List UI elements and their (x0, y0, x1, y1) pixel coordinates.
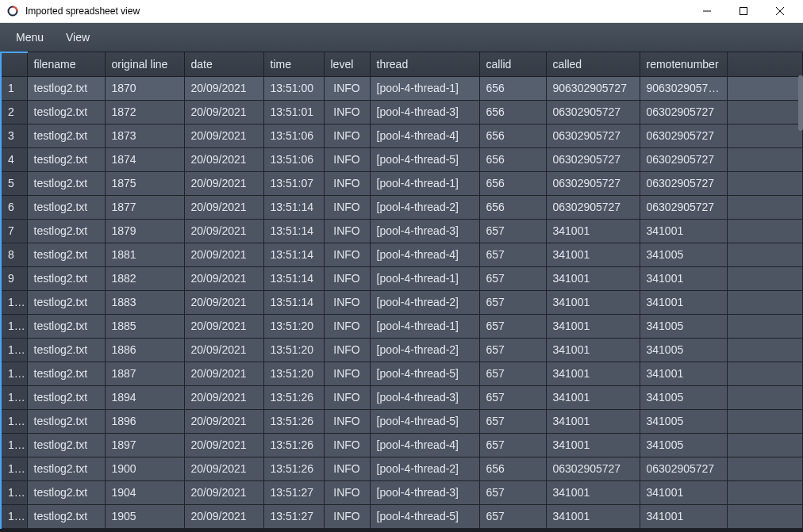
cell-callid[interactable]: 657 (479, 362, 546, 385)
cell-blank[interactable] (727, 290, 803, 314)
cell-called[interactable]: 06302905727 (546, 171, 640, 195)
table-row[interactable]: 4testlog2.txt187420/09/202113:51:06INFO[… (1, 147, 803, 171)
cell-thread[interactable]: [pool-4-thread-4] (370, 124, 479, 147)
table-row[interactable]: 10testlog2.txt188320/09/202113:51:14INFO… (1, 290, 803, 314)
cell-callid[interactable]: 657 (479, 480, 546, 504)
cell-remotenumber[interactable]: 341005 (640, 243, 727, 266)
cell-date[interactable]: 20/09/2021 (184, 147, 263, 171)
cell-called[interactable]: 341001 (546, 338, 640, 362)
cell-filename[interactable]: testlog2.txt (27, 195, 105, 219)
cell-level[interactable]: INFO (324, 362, 370, 385)
row-number[interactable]: 10 (1, 290, 27, 314)
row-number[interactable]: 16 (1, 433, 27, 457)
cell-blank[interactable] (727, 124, 803, 147)
cell-original-line[interactable]: 1900 (105, 457, 184, 480)
cell-blank[interactable] (727, 195, 803, 219)
cell-filename[interactable]: testlog2.txt (27, 433, 105, 457)
cell-thread[interactable]: [pool-4-thread-3] (370, 480, 479, 504)
cell-blank[interactable] (727, 504, 803, 528)
column-header-filename[interactable]: filename (27, 52, 105, 76)
row-number[interactable]: 11 (1, 314, 27, 338)
cell-filename[interactable]: testlog2.txt (27, 504, 105, 528)
cell-level[interactable]: INFO (324, 504, 370, 528)
cell-level[interactable]: INFO (324, 266, 370, 290)
table-row[interactable]: 13testlog2.txt188720/09/202113:51:20INFO… (1, 362, 803, 385)
cell-date[interactable]: 20/09/2021 (184, 314, 263, 338)
cell-blank[interactable] (727, 480, 803, 504)
cell-original-line[interactable]: 1870 (105, 76, 184, 100)
row-number[interactable]: 1 (1, 76, 27, 100)
cell-remotenumber[interactable]: 341001 (640, 362, 727, 385)
cell-callid[interactable]: 657 (479, 433, 546, 457)
cell-time[interactable]: 13:51:14 (263, 266, 324, 290)
cell-original-line[interactable]: 1885 (105, 314, 184, 338)
row-number[interactable]: 19 (1, 504, 27, 528)
cell-filename[interactable]: testlog2.txt (27, 147, 105, 171)
cell-level[interactable]: INFO (324, 314, 370, 338)
cell-original-line[interactable]: 1896 (105, 409, 184, 433)
close-button[interactable] (762, 0, 798, 23)
table-row[interactable]: 6testlog2.txt187720/09/202113:51:14INFO[… (1, 195, 803, 219)
cell-filename[interactable]: testlog2.txt (27, 409, 105, 433)
cell-date[interactable]: 20/09/2021 (184, 362, 263, 385)
cell-time[interactable]: 13:51:07 (263, 171, 324, 195)
cell-blank[interactable] (727, 147, 803, 171)
cell-blank[interactable] (727, 219, 803, 243)
cell-thread[interactable]: [pool-4-thread-5] (370, 362, 479, 385)
column-header-called[interactable]: called (546, 52, 640, 76)
column-header-remotenumber[interactable]: remotenumber (640, 52, 727, 76)
cell-original-line[interactable]: 1882 (105, 266, 184, 290)
cell-filename[interactable]: testlog2.txt (27, 76, 105, 100)
cell-level[interactable]: INFO (324, 409, 370, 433)
cell-date[interactable]: 20/09/2021 (184, 409, 263, 433)
corner-header[interactable] (1, 52, 27, 76)
cell-level[interactable]: INFO (324, 338, 370, 362)
cell-level[interactable]: INFO (324, 76, 370, 100)
table-row[interactable]: 9testlog2.txt188220/09/202113:51:14INFO[… (1, 266, 803, 290)
cell-called[interactable]: 06302905727 (546, 195, 640, 219)
cell-time[interactable]: 13:51:20 (263, 314, 324, 338)
row-number[interactable]: 17 (1, 457, 27, 480)
row-number[interactable]: 7 (1, 219, 27, 243)
cell-callid[interactable]: 657 (479, 243, 546, 266)
cell-remotenumber[interactable]: 341005 (640, 338, 727, 362)
table-row[interactable]: 18testlog2.txt190420/09/202113:51:27INFO… (1, 480, 803, 504)
row-number[interactable]: 5 (1, 171, 27, 195)
cell-called[interactable]: 06302905727 (546, 124, 640, 147)
row-number[interactable]: 13 (1, 362, 27, 385)
cell-blank[interactable] (727, 76, 803, 100)
cell-date[interactable]: 20/09/2021 (184, 290, 263, 314)
cell-original-line[interactable]: 1905 (105, 504, 184, 528)
cell-level[interactable]: INFO (324, 195, 370, 219)
cell-date[interactable]: 20/09/2021 (184, 457, 263, 480)
column-header-original-line[interactable]: original line (105, 52, 184, 76)
cell-filename[interactable]: testlog2.txt (27, 457, 105, 480)
table-row[interactable]: 8testlog2.txt188120/09/202113:51:14INFO[… (1, 243, 803, 266)
cell-callid[interactable]: 656 (479, 147, 546, 171)
cell-date[interactable]: 20/09/2021 (184, 76, 263, 100)
row-number[interactable]: 4 (1, 147, 27, 171)
cell-called[interactable]: 341001 (546, 504, 640, 528)
cell-thread[interactable]: [pool-4-thread-3] (370, 385, 479, 409)
cell-time[interactable]: 13:51:26 (263, 457, 324, 480)
table-row[interactable]: 3testlog2.txt187320/09/202113:51:06INFO[… (1, 124, 803, 147)
cell-callid[interactable]: 657 (479, 266, 546, 290)
cell-date[interactable]: 20/09/2021 (184, 195, 263, 219)
cell-remotenumber[interactable]: 341001 (640, 266, 727, 290)
row-number[interactable]: 9 (1, 266, 27, 290)
cell-date[interactable]: 20/09/2021 (184, 100, 263, 124)
cell-filename[interactable]: testlog2.txt (27, 243, 105, 266)
cell-remotenumber[interactable]: 06302905727 (640, 147, 727, 171)
column-header-level[interactable]: level (324, 52, 370, 76)
cell-thread[interactable]: [pool-4-thread-3] (370, 100, 479, 124)
cell-thread[interactable]: [pool-4-thread-5] (370, 504, 479, 528)
cell-thread[interactable]: [pool-4-thread-2] (370, 338, 479, 362)
cell-time[interactable]: 13:51:06 (263, 124, 324, 147)
cell-level[interactable]: INFO (324, 480, 370, 504)
cell-called[interactable]: 341001 (546, 409, 640, 433)
cell-thread[interactable]: [pool-4-thread-5] (370, 147, 479, 171)
row-number[interactable]: 8 (1, 243, 27, 266)
cell-time[interactable]: 13:51:20 (263, 338, 324, 362)
column-header-time[interactable]: time (263, 52, 324, 76)
cell-time[interactable]: 13:51:26 (263, 409, 324, 433)
